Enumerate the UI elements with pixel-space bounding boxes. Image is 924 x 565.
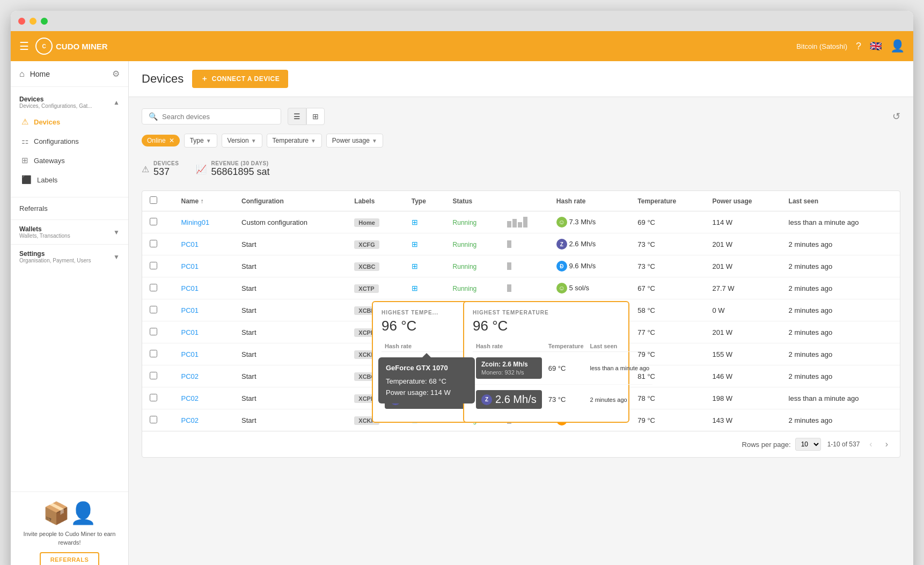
row-checkbox[interactable] — [150, 394, 157, 401]
table-footer: Rows per page: 10 25 50 1-10 of 537 ‹ › — [142, 431, 900, 457]
section-settings-header[interactable]: Settings Organisation, Payment, Users ▼ — [11, 247, 128, 267]
right-card-col3: Last seen — [587, 341, 653, 352]
sidebar-item-labels[interactable]: ⬛ Labels — [11, 170, 128, 189]
mini-bar-chart — [507, 284, 541, 292]
os-windows-icon: ⊞ — [412, 240, 418, 248]
col-status[interactable]: Status — [445, 191, 500, 211]
device-label-badge[interactable]: XCTP — [354, 284, 378, 293]
device-config: Start — [234, 387, 347, 409]
promo-referrals-button[interactable]: REFERRALS — [40, 552, 100, 565]
pagination-next-button[interactable]: › — [882, 438, 891, 450]
sidebar-settings-icon[interactable]: ⚙ — [112, 69, 120, 79]
sidebar-item-devices[interactable]: ⚠ Devices — [11, 112, 128, 131]
stats-bar: ⚠ DEVICES 537 📈 REVENUE (30 DAYS) 568618… — [142, 156, 900, 182]
device-name[interactable]: PC02 — [174, 365, 234, 387]
col-hashrate[interactable]: Hash rate — [549, 191, 630, 211]
device-name[interactable]: PC01 — [174, 343, 234, 365]
device-name[interactable]: PC02 — [174, 409, 234, 431]
row-checkbox[interactable] — [150, 284, 157, 291]
sidebar-devices-label: Devices — [34, 118, 60, 126]
row-checkbox[interactable] — [150, 218, 157, 225]
navbar: ☰ C CUDO MINER Bitcoin (Satoshi) ? 🇬🇧 👤 — [11, 31, 913, 61]
sidebar-gateways-label: Gateways — [34, 157, 65, 165]
right-card-col2: Temperature — [545, 341, 587, 352]
rows-per-page-select[interactable]: 10 25 50 — [795, 438, 821, 451]
toolbar: 🔍 ☰ ⊞ ↺ — [142, 108, 900, 125]
device-power: 201 W — [705, 255, 781, 277]
col-labels[interactable]: Labels — [347, 191, 404, 211]
row-checkbox[interactable] — [150, 328, 157, 335]
devices-stat-label: DEVICES — [153, 160, 179, 166]
col-lastseen[interactable]: Last seen — [781, 191, 900, 211]
version-filter-label: Version — [228, 137, 249, 144]
device-label-badge[interactable]: XCFG — [354, 240, 379, 249]
sidebar-configurations-label: Configurations — [34, 137, 79, 145]
logo-text: CUDO MINER — [56, 42, 108, 51]
power-filter[interactable]: Power usage ▼ — [326, 134, 383, 148]
sidebar-home[interactable]: ⌂ Home ⚙ — [11, 61, 128, 87]
col-temperature[interactable]: Temperature — [630, 191, 705, 211]
device-config: Start — [234, 365, 347, 387]
device-power: 27.7 W — [705, 277, 781, 299]
type-filter-label: Type — [190, 137, 204, 144]
row-checkbox[interactable] — [150, 262, 157, 269]
page-title: Devices — [142, 72, 184, 86]
table-row: Mining01 Custom configuration Home ⊞ Run… — [142, 211, 900, 233]
currency-display[interactable]: Bitcoin (Satoshi) — [796, 42, 847, 50]
online-chip-remove[interactable]: ✕ — [169, 137, 174, 144]
sidebar-item-configurations[interactable]: ⚏ Configurations — [11, 131, 128, 151]
mini-bar-chart — [507, 217, 541, 228]
right-row2-last: 2 minutes ago — [587, 385, 653, 415]
row-checkbox[interactable] — [150, 350, 157, 357]
select-all-checkbox[interactable] — [150, 196, 157, 204]
connect-button-label: CONNECT A DEVICE — [212, 75, 280, 83]
search-input[interactable] — [162, 113, 274, 121]
device-name[interactable]: PC01 — [174, 321, 234, 343]
user-avatar-icon[interactable]: 👤 — [890, 39, 905, 53]
device-hashrate: Ð 9.6 Mh/s — [549, 255, 630, 277]
device-status: Running — [453, 219, 477, 226]
device-status: Running — [453, 263, 477, 270]
col-type[interactable]: Type — [404, 191, 445, 211]
sidebar-item-referrals[interactable]: Referrals — [11, 200, 128, 217]
device-name[interactable]: PC01 — [174, 255, 234, 277]
device-name[interactable]: PC02 — [174, 387, 234, 409]
online-filter-chip[interactable]: Online ✕ — [142, 135, 180, 146]
help-icon[interactable]: ? — [856, 41, 861, 52]
device-label-badge[interactable]: XCBC — [354, 262, 379, 271]
section-wallets-header[interactable]: Wallets Wallets, Transactions ▼ — [11, 222, 128, 242]
type-filter[interactable]: Type ▼ — [184, 134, 217, 148]
pagination-prev-button[interactable]: ‹ — [866, 438, 875, 450]
maximize-btn[interactable] — [41, 18, 48, 25]
device-name[interactable]: PC01 — [174, 299, 234, 321]
device-name[interactable]: Mining01 — [174, 211, 234, 233]
row-checkbox[interactable] — [150, 416, 157, 423]
device-name[interactable]: PC01 — [174, 277, 234, 299]
search-box: 🔍 — [142, 108, 281, 124]
device-name[interactable]: PC01 — [174, 233, 234, 255]
col-name[interactable]: Name ↑ — [174, 191, 234, 211]
temperature-filter[interactable]: Temperature ▼ — [267, 134, 322, 148]
labels-icon: ⬛ — [21, 175, 32, 185]
row-checkbox[interactable] — [150, 240, 157, 247]
col-config[interactable]: Configuration — [234, 191, 347, 211]
row-checkbox[interactable] — [150, 306, 157, 313]
version-filter[interactable]: Version ▼ — [222, 134, 262, 148]
revenue-stat-label: REVENUE (30 DAYS) — [211, 160, 269, 166]
minimize-btn[interactable] — [30, 18, 36, 25]
rows-per-page-control: Rows per page: 10 25 50 — [742, 438, 821, 451]
section-settings-chevron: ▼ — [113, 253, 120, 261]
grid-view-button[interactable]: ⊞ — [306, 108, 325, 125]
list-view-button[interactable]: ☰ — [288, 108, 306, 125]
refresh-button[interactable]: ↺ — [892, 111, 900, 122]
close-btn[interactable] — [18, 18, 25, 25]
device-label-badge[interactable]: Home — [354, 218, 379, 227]
language-flag[interactable]: 🇬🇧 — [870, 40, 882, 52]
device-lastseen: 2 minutes ago — [781, 365, 900, 387]
col-power[interactable]: Power usage — [705, 191, 781, 211]
connect-device-button[interactable]: ＋ CONNECT A DEVICE — [192, 70, 288, 88]
sidebar-item-gateways[interactable]: ⊞ Gateways — [11, 151, 128, 170]
section-devices-header[interactable]: Devices Devices, Configurations, Gat... … — [11, 92, 128, 112]
row-checkbox[interactable] — [150, 372, 157, 379]
hamburger-menu[interactable]: ☰ — [19, 40, 29, 53]
